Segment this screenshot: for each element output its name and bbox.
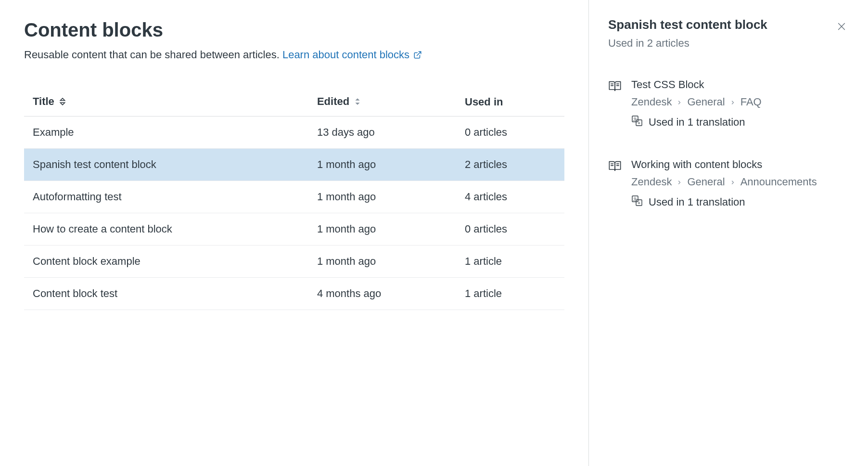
page-title: Content blocks	[24, 19, 564, 41]
translation-icon: 文A	[631, 195, 643, 209]
subtitle-text: Reusable content that can be shared betw…	[24, 49, 282, 61]
breadcrumb: ZendeskGeneralFAQ	[631, 96, 762, 108]
chevron-right-icon	[730, 176, 736, 188]
content-blocks-table: Title Edited Used in	[24, 88, 564, 310]
table-row[interactable]: Content block example1 month ago1 articl…	[24, 246, 564, 278]
cell-title: Autoformatting test	[24, 181, 308, 213]
table-row[interactable]: How to create a content block1 month ago…	[24, 213, 564, 246]
cell-used_in: 0 articles	[456, 213, 564, 246]
col-edited-label: Edited	[317, 95, 349, 107]
breadcrumb-segment[interactable]: Announcements	[740, 176, 817, 188]
detail-panel: Spanish test content block Used in 2 art…	[589, 0, 868, 466]
cell-edited: 1 month ago	[308, 213, 456, 246]
cell-title: How to create a content block	[24, 213, 308, 246]
col-title[interactable]: Title	[24, 88, 308, 116]
translation-text: Used in 1 translation	[649, 116, 745, 129]
col-used-in[interactable]: Used in	[456, 88, 564, 116]
breadcrumb-segment[interactable]: General	[687, 96, 725, 108]
external-link-icon	[413, 48, 422, 64]
translation-text: Used in 1 translation	[649, 196, 745, 208]
article-body: Working with content blocksZendeskGenera…	[631, 158, 817, 209]
breadcrumb-segment[interactable]: FAQ	[740, 96, 762, 108]
table-row[interactable]: Example13 days ago0 articles	[24, 116, 564, 149]
cell-edited: 1 month ago	[308, 246, 456, 278]
breadcrumb: ZendeskGeneralAnnouncements	[631, 176, 817, 188]
sort-icon	[59, 96, 66, 108]
col-title-label: Title	[33, 95, 54, 107]
page-subtitle: Reusable content that can be shared betw…	[24, 47, 564, 64]
cell-edited: 1 month ago	[308, 149, 456, 181]
col-used-in-label: Used in	[465, 96, 503, 108]
cell-title: Content block test	[24, 278, 308, 310]
cell-used_in: 1 article	[456, 278, 564, 310]
panel-title: Spanish test content block	[608, 17, 767, 32]
table-row[interactable]: Spanish test content block1 month ago2 a…	[24, 149, 564, 181]
chevron-right-icon	[730, 96, 736, 108]
translation-row: 文AUsed in 1 translation	[631, 115, 762, 129]
main-content: Content blocks Reusable content that can…	[0, 0, 589, 466]
breadcrumb-segment[interactable]: Zendesk	[631, 176, 672, 188]
cell-title: Content block example	[24, 246, 308, 278]
svg-text:A: A	[638, 121, 640, 125]
table-row[interactable]: Content block test4 months ago1 article	[24, 278, 564, 310]
book-icon	[608, 79, 622, 95]
cell-edited: 1 month ago	[308, 181, 456, 213]
learn-link-text: Learn about content blocks	[282, 49, 409, 61]
cell-edited: 4 months ago	[308, 278, 456, 310]
article-item[interactable]: Test CSS BlockZendeskGeneralFAQ文AUsed in…	[608, 78, 849, 129]
article-body: Test CSS BlockZendeskGeneralFAQ文AUsed in…	[631, 78, 762, 129]
cell-used_in: 2 articles	[456, 149, 564, 181]
book-icon	[608, 159, 622, 175]
cell-title: Spanish test content block	[24, 149, 308, 181]
translation-row: 文AUsed in 1 translation	[631, 195, 817, 209]
cell-edited: 13 days ago	[308, 116, 456, 149]
sort-icon	[354, 96, 361, 108]
svg-text:文: 文	[633, 117, 637, 121]
learn-link[interactable]: Learn about content blocks	[282, 49, 422, 61]
cell-title: Example	[24, 116, 308, 149]
close-icon	[836, 26, 847, 33]
svg-line-0	[417, 52, 421, 55]
article-title: Working with content blocks	[631, 158, 817, 171]
cell-used_in: 4 articles	[456, 181, 564, 213]
cell-used_in: 1 article	[456, 246, 564, 278]
chevron-right-icon	[677, 176, 682, 188]
svg-text:文: 文	[633, 197, 637, 201]
article-title: Test CSS Block	[631, 78, 762, 91]
cell-used_in: 0 articles	[456, 116, 564, 149]
svg-text:A: A	[638, 201, 640, 205]
breadcrumb-segment[interactable]: General	[687, 176, 725, 188]
article-item[interactable]: Working with content blocksZendeskGenera…	[608, 158, 849, 209]
table-row[interactable]: Autoformatting test1 month ago4 articles	[24, 181, 564, 213]
close-button[interactable]	[834, 19, 849, 35]
breadcrumb-segment[interactable]: Zendesk	[631, 96, 672, 108]
chevron-right-icon	[677, 96, 682, 108]
panel-subtitle: Used in 2 articles	[608, 37, 849, 50]
translation-icon: 文A	[631, 115, 643, 129]
col-edited[interactable]: Edited	[308, 88, 456, 116]
